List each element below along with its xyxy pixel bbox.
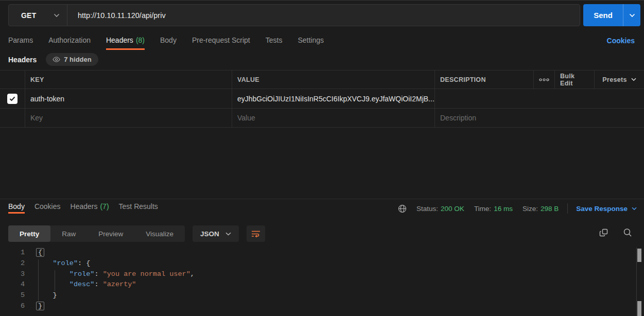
column-header-value: VALUE <box>232 71 434 89</box>
save-response-label: Save Response <box>576 205 628 213</box>
scrollbar-track[interactable] <box>636 248 637 316</box>
chevron-down-icon <box>54 13 60 17</box>
view-mode-segmented-control: Pretty Raw Preview Visualize <box>8 225 185 242</box>
line-number: 1 <box>0 248 25 258</box>
search-button[interactable] <box>623 228 632 237</box>
tab-prerequest-label: Pre-request Script <box>192 36 250 44</box>
code-line: 5 } <box>0 290 644 301</box>
tab-headers-label: Headers <box>106 36 133 44</box>
code-line: 3 "role": "you are normal user", <box>0 269 644 280</box>
headers-section-header: Headers 7 hidden <box>8 53 98 66</box>
code-line: 6 } <box>0 301 644 312</box>
save-response-dropdown[interactable]: Save Response <box>576 205 637 213</box>
response-body-code[interactable]: 1 { 2 "role": { 3 "role": "you are norma… <box>0 245 644 316</box>
tab-params[interactable]: Params <box>8 33 33 50</box>
header-key-cell[interactable]: auth-token <box>25 89 232 108</box>
view-preview-button[interactable]: Preview <box>87 225 134 242</box>
line-number: 6 <box>0 301 25 312</box>
http-method-select[interactable]: GET <box>9 5 67 26</box>
new-value-placeholder[interactable]: Value <box>232 109 434 127</box>
new-description-placeholder[interactable]: Description <box>434 109 644 127</box>
send-button-label[interactable]: Send <box>583 4 623 26</box>
bulk-edit-button[interactable]: Bulk Edit <box>554 71 594 89</box>
status-value: 200 OK <box>441 205 464 213</box>
chevron-down-icon <box>632 207 637 210</box>
line-number: 2 <box>0 258 25 269</box>
code-content: } <box>36 301 44 312</box>
row-checkbox-checked[interactable] <box>7 94 18 104</box>
view-raw-button[interactable]: Raw <box>50 225 87 242</box>
header-value-cell[interactable]: eyJhbGciOiJIUzI1NiIsInR5cCI6IkpXVCJ9.eyJ… <box>232 89 434 108</box>
response-tab-test-results[interactable]: Test Results <box>119 202 158 214</box>
indent-guide <box>38 259 39 301</box>
size-value: 298 B <box>541 205 559 213</box>
send-button[interactable]: Send <box>583 4 640 26</box>
meta-divider <box>567 203 568 214</box>
response-tab-headers[interactable]: Headers (7) <box>71 202 109 214</box>
response-view-toolbar: Pretty Raw Preview Visualize JSON <box>8 225 265 242</box>
request-tabs: Params Authorization Headers (8) Body Pr… <box>8 33 324 50</box>
status-indicator: Status:200 OK <box>416 205 464 213</box>
more-options-button[interactable] <box>533 71 554 89</box>
view-visualize-button[interactable]: Visualize <box>134 225 185 242</box>
header-description-cell[interactable] <box>434 89 644 108</box>
response-tab-headers-count: (7) <box>100 202 109 210</box>
view-pretty-button[interactable]: Pretty <box>8 225 50 242</box>
request-url-bar: GET <box>8 4 580 26</box>
tab-body[interactable]: Body <box>160 33 177 50</box>
three-dots-icon <box>539 78 549 81</box>
tab-tests[interactable]: Tests <box>266 33 283 50</box>
tab-settings-label: Settings <box>298 36 324 44</box>
header-row-empty: Key Value Description <box>0 108 644 128</box>
tab-settings[interactable]: Settings <box>298 33 324 50</box>
response-tab-cookies[interactable]: Cookies <box>34 202 61 214</box>
url-field-wrap <box>67 5 580 26</box>
time-indicator: Time:16 ms <box>474 205 513 213</box>
indent-guide <box>55 270 55 291</box>
code-content: "role": { <box>36 258 90 269</box>
response-tab-body[interactable]: Body <box>8 202 25 214</box>
chevron-down-icon <box>225 232 231 236</box>
code-content: "role": "you are normal user", <box>36 269 195 280</box>
tab-prerequest-script[interactable]: Pre-request Script <box>192 33 250 50</box>
fold-marker[interactable]: } <box>36 302 44 310</box>
response-panel: Body Cookies Headers (7) Test Results St… <box>0 199 644 316</box>
wrap-lines-button[interactable] <box>247 225 265 242</box>
word-wrap-icon <box>251 230 260 237</box>
new-key-placeholder[interactable]: Key <box>25 109 232 127</box>
format-dropdown-value: JSON <box>200 230 219 238</box>
fold-marker[interactable]: { <box>36 248 44 257</box>
format-dropdown[interactable]: JSON <box>193 225 239 242</box>
globe-icon[interactable] <box>398 204 407 213</box>
hidden-headers-count: 7 hidden <box>64 56 91 63</box>
cookies-link[interactable]: Cookies <box>607 37 635 45</box>
response-tab-headers-label: Headers <box>71 202 98 210</box>
presets-dropdown[interactable]: Presets <box>594 71 644 89</box>
tab-headers[interactable]: Headers (8) <box>106 33 145 50</box>
chevron-down-icon <box>631 78 636 81</box>
response-tab-test-results-label: Test Results <box>119 202 158 210</box>
response-tab-body-label: Body <box>8 202 25 210</box>
line-number: 5 <box>0 290 25 301</box>
headers-table: KEY VALUE DESCRIPTION Bulk Edit Presets <box>0 70 644 128</box>
time-label: Time: <box>474 205 491 213</box>
http-method-value: GET <box>21 11 36 20</box>
code-line: 2 "role": { <box>0 258 644 269</box>
code-content: { <box>36 248 44 258</box>
url-input[interactable] <box>78 11 580 20</box>
code-line: 4 "desc": "azerty" <box>0 279 644 290</box>
response-tab-cookies-label: Cookies <box>34 202 61 210</box>
column-header-description: DESCRIPTION <box>434 71 533 89</box>
column-header-key: KEY <box>25 71 232 89</box>
hidden-headers-toggle[interactable]: 7 hidden <box>46 53 98 66</box>
response-tabs: Body Cookies Headers (7) Test Results <box>8 202 158 214</box>
response-meta: Status:200 OK Time:16 ms Size:298 B Save… <box>398 203 637 214</box>
code-content: "desc": "azerty" <box>36 279 136 290</box>
line-number: 4 <box>0 279 25 290</box>
scrollbar-thumb[interactable] <box>637 249 641 262</box>
scrollbar-thumb[interactable] <box>637 301 641 316</box>
copy-button[interactable] <box>599 228 608 237</box>
tab-authorization[interactable]: Authorization <box>48 33 91 50</box>
headers-table-header-row: KEY VALUE DESCRIPTION Bulk Edit Presets <box>0 70 644 89</box>
send-options-caret[interactable] <box>623 4 640 26</box>
